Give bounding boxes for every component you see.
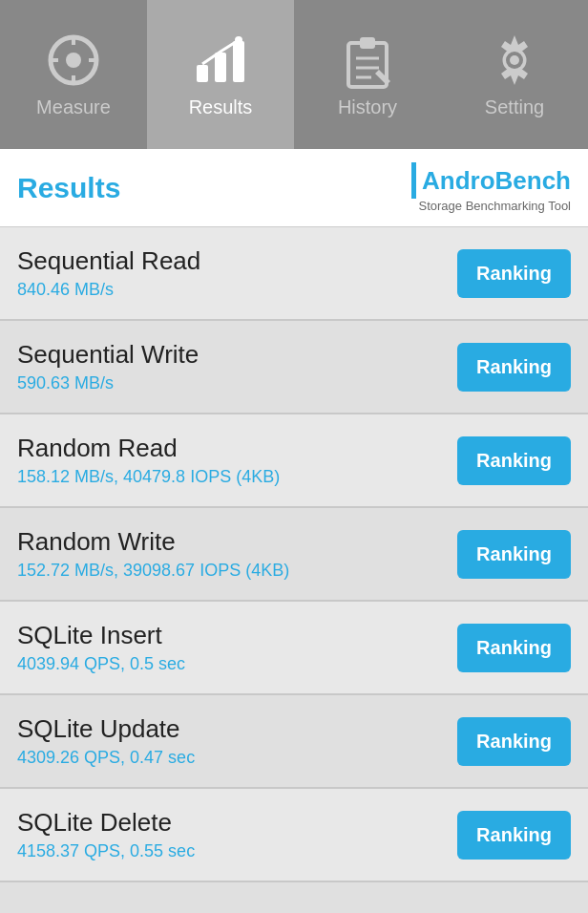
result-info-sqlite-update: SQLite Update 4309.26 QPS, 0.47 sec (17, 714, 457, 768)
ranking-button-sqlite-delete[interactable]: Ranking (457, 811, 571, 860)
tab-setting-label: Setting (485, 96, 544, 118)
svg-rect-6 (197, 65, 208, 82)
result-info-sqlite-delete: SQLite Delete 4158.37 QPS, 0.55 sec (17, 808, 457, 861)
result-info-sequential-write: Sequential Write 590.63 MB/s (17, 340, 457, 393)
result-value-random-write: 152.72 MB/s, 39098.67 IOPS (4KB) (17, 561, 457, 581)
result-row-sqlite-delete: SQLite Delete 4158.37 QPS, 0.55 sec Rank… (0, 789, 588, 882)
svg-rect-7 (215, 53, 226, 82)
tab-measure[interactable]: Measure (0, 0, 147, 149)
result-value-sqlite-update: 4309.26 QPS, 0.47 sec (17, 748, 457, 768)
page-title: Results (17, 172, 120, 204)
result-info-sequential-read: Sequential Read 840.46 MB/s (17, 246, 457, 300)
result-row-sqlite-update: SQLite Update 4309.26 QPS, 0.47 sec Rank… (0, 695, 588, 789)
logo-text: AndroBench (422, 166, 571, 196)
result-name-random-read: Random Read (17, 434, 457, 463)
result-name-random-write: Random Write (17, 527, 457, 557)
result-name-sequential-write: Sequential Write (17, 340, 457, 370)
result-row-sqlite-insert: SQLite Insert 4039.94 QPS, 0.5 sec Ranki… (0, 602, 588, 695)
svg-rect-11 (360, 37, 375, 49)
ranking-button-sqlite-update[interactable]: Ranking (457, 717, 571, 766)
tab-history[interactable]: History (294, 0, 441, 149)
result-name-sequential-read: Sequential Read (17, 246, 457, 276)
svg-rect-8 (233, 41, 244, 82)
svg-rect-10 (348, 43, 387, 87)
svg-point-18 (510, 55, 519, 65)
ranking-button-sqlite-insert[interactable]: Ranking (457, 624, 571, 672)
logo-subtitle: Storage Benchmarking Tool (419, 199, 571, 213)
tab-results[interactable]: Results (147, 0, 294, 149)
tab-history-label: History (338, 96, 397, 118)
logo-bench: Bench (495, 166, 571, 195)
page-header: Results AndroBench Storage Benchmarking … (0, 149, 588, 227)
result-info-random-write: Random Write 152.72 MB/s, 39098.67 IOPS … (17, 527, 457, 581)
logo-wrapper: AndroBench (411, 162, 571, 199)
result-value-sqlite-delete: 4158.37 QPS, 0.55 sec (17, 841, 457, 861)
result-value-sequential-read: 840.46 MB/s (17, 280, 457, 300)
result-info-random-read: Random Read 158.12 MB/s, 40479.8 IOPS (4… (17, 434, 457, 487)
result-value-sequential-write: 590.63 MB/s (17, 373, 457, 393)
result-info-sqlite-insert: SQLite Insert 4039.94 QPS, 0.5 sec (17, 621, 457, 674)
result-row-sequential-write: Sequential Write 590.63 MB/s Ranking (0, 321, 588, 414)
tab-results-label: Results (189, 96, 253, 118)
result-row-sequential-read: Sequential Read 840.46 MB/s Ranking (0, 227, 588, 321)
tab-measure-label: Measure (36, 96, 111, 118)
result-name-sqlite-update: SQLite Update (17, 714, 457, 744)
svg-point-9 (235, 36, 242, 44)
logo-area: AndroBench Storage Benchmarking Tool (411, 162, 571, 213)
ranking-button-random-write[interactable]: Ranking (457, 530, 571, 579)
result-name-sqlite-insert: SQLite Insert (17, 621, 457, 650)
tab-bar: Measure Results History (0, 0, 588, 149)
results-list: Sequential Read 840.46 MB/s Ranking Sequ… (0, 227, 588, 882)
ranking-button-sequential-read[interactable]: Ranking (457, 249, 571, 298)
ranking-button-sequential-write[interactable]: Ranking (457, 343, 571, 392)
result-name-sqlite-delete: SQLite Delete (17, 808, 457, 838)
svg-point-1 (66, 53, 81, 68)
logo-andro: Andro (422, 166, 495, 195)
logo-bar-accent (411, 162, 416, 199)
result-value-random-read: 158.12 MB/s, 40479.8 IOPS (4KB) (17, 467, 457, 487)
ranking-button-random-read[interactable]: Ranking (457, 436, 571, 485)
result-row-random-read: Random Read 158.12 MB/s, 40479.8 IOPS (4… (0, 414, 588, 508)
result-row-random-write: Random Write 152.72 MB/s, 39098.67 IOPS … (0, 508, 588, 602)
tab-setting[interactable]: Setting (441, 0, 588, 149)
result-value-sqlite-insert: 4039.94 QPS, 0.5 sec (17, 654, 457, 674)
